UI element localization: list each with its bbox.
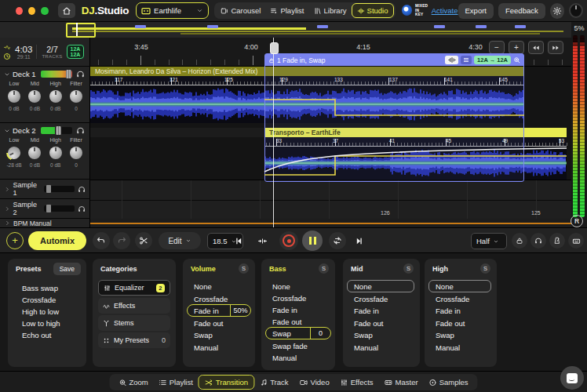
preset-item[interactable]: High to low: [22, 307, 59, 316]
transition-region[interactable]: 1 Fade in, Swap 12A → 12A: [264, 53, 524, 182]
bass-option[interactable]: None: [272, 282, 290, 291]
mid-option[interactable]: Fade out: [354, 319, 384, 328]
skip-to-end-button[interactable]: [351, 233, 366, 249]
pause-button[interactable]: [302, 230, 323, 251]
high-option[interactable]: Fade out: [436, 319, 465, 328]
mid-option-selected[interactable]: None: [347, 280, 414, 292]
deck2-filter-knob[interactable]: [70, 147, 82, 159]
volume-option-value[interactable]: 50%: [230, 305, 250, 316]
chevron-right-icon[interactable]: [5, 206, 10, 212]
keyboard-shortcuts-button[interactable]: [568, 233, 584, 249]
preset-item[interactable]: Crossfade: [22, 296, 56, 304]
automix-button[interactable]: Automix: [28, 231, 86, 250]
deck2-low-knob[interactable]: [5, 144, 22, 161]
metronome-button[interactable]: [549, 233, 565, 249]
deck2-mid-knob[interactable]: [28, 147, 41, 159]
jump-back-button[interactable]: [528, 41, 544, 54]
bass-option[interactable]: Fade in: [272, 306, 297, 314]
preset-item[interactable]: Echo out: [22, 331, 52, 339]
sample1-volume-slider[interactable]: [44, 186, 75, 192]
transition-preview-toggle[interactable]: [445, 56, 458, 64]
window-zoom-button[interactable]: [41, 7, 48, 15]
headphones-icon[interactable]: [76, 70, 85, 78]
tab-zoom[interactable]: Zoom: [113, 376, 153, 389]
tab-effects[interactable]: Effects: [335, 376, 379, 389]
bpm-automation-line[interactable]: [90, 223, 571, 224]
preset-item[interactable]: Low to high: [22, 319, 60, 328]
transition-header[interactable]: 1 Fade in, Swap 12A → 12A: [265, 54, 523, 66]
category-effects[interactable]: Effects: [98, 298, 170, 314]
save-preset-button[interactable]: Save: [53, 263, 81, 275]
chevron-right-icon[interactable]: [5, 220, 10, 226]
record-button[interactable]: [279, 231, 298, 250]
headphones-icon[interactable]: [76, 126, 85, 135]
mid-option[interactable]: Manual: [354, 343, 378, 352]
undo-button[interactable]: [93, 232, 110, 249]
deck1-low-knob[interactable]: [8, 90, 20, 103]
skip-to-start-button[interactable]: [231, 233, 246, 249]
mid-option[interactable]: Fade in: [354, 307, 379, 315]
home-button[interactable]: [58, 3, 75, 18]
volume-option[interactable]: Crossfade: [194, 295, 228, 303]
sample2-volume-slider[interactable]: [44, 205, 75, 212]
high-option[interactable]: Manual: [436, 343, 460, 352]
jump-forward-button[interactable]: [548, 41, 563, 54]
add-transition-button[interactable]: +: [6, 232, 24, 249]
category-my-presets[interactable]: My Presets 0: [98, 332, 170, 348]
volume-option[interactable]: None: [194, 282, 212, 291]
mid-option[interactable]: Crossfade: [354, 295, 388, 303]
timeline-area[interactable]: 3:45 4:00 4:15 4:30 − + Mosimann, Leandr…: [90, 38, 571, 227]
deck1-filter-knob[interactable]: [70, 90, 82, 103]
bass-option[interactable]: Swap fade: [272, 342, 308, 350]
lock-button[interactable]: [512, 233, 527, 249]
edit-dropdown[interactable]: Edit: [159, 232, 201, 249]
bass-option-selected[interactable]: Swap 0: [265, 327, 331, 339]
volume-option[interactable]: Manual: [194, 343, 218, 352]
playhead-handle[interactable]: [270, 42, 279, 54]
deck2-volume-slider[interactable]: [41, 127, 72, 134]
bpm-row[interactable]: BPM Manual: [0, 219, 90, 227]
support-chat-button[interactable]: [560, 366, 584, 390]
project-selector[interactable]: Earthlife: [136, 2, 209, 19]
tab-playlist[interactable]: Playlist: [154, 376, 199, 389]
tab-video[interactable]: Video: [294, 376, 335, 389]
auto-gain-badge[interactable]: R: [571, 215, 583, 227]
zoom-in-button[interactable]: +: [509, 41, 524, 54]
jump-to-playhead-button[interactable]: [254, 233, 270, 249]
volume-solo-button[interactable]: S: [239, 263, 249, 274]
bpm-lane[interactable]: 126 125: [90, 219, 571, 227]
speed-dropdown[interactable]: Half: [471, 233, 507, 249]
nav-carousel[interactable]: Carousel: [216, 4, 265, 17]
overview-viewport[interactable]: [66, 23, 96, 38]
deck1-volume-slider[interactable]: [41, 71, 72, 78]
transition-menu-button[interactable]: [461, 56, 472, 64]
redo-button[interactable]: [113, 232, 130, 249]
chevron-down-icon[interactable]: [4, 128, 10, 134]
settings-button[interactable]: [550, 3, 564, 19]
bass-option[interactable]: Fade out: [272, 318, 302, 326]
bass-option[interactable]: Manual: [272, 354, 297, 362]
preset-item[interactable]: Bass swap: [22, 284, 58, 292]
volume-option-selected[interactable]: Fade in 50%: [187, 304, 251, 317]
zoom-out-button[interactable]: −: [489, 41, 505, 54]
sample-lanes[interactable]: [90, 180, 571, 220]
nav-library[interactable]: Library: [309, 4, 352, 17]
activate-link[interactable]: Activate: [432, 6, 458, 15]
cue-headphones-button[interactable]: [530, 233, 546, 249]
volume-option[interactable]: Fade out: [194, 319, 224, 328]
high-solo-button[interactable]: S: [480, 263, 490, 274]
bass-option-value[interactable]: 0: [310, 328, 330, 339]
headphones-icon[interactable]: [78, 185, 86, 194]
tab-transition[interactable]: Transition: [199, 375, 254, 390]
nav-playlist[interactable]: Playlist: [265, 4, 308, 17]
deck1-mid-knob[interactable]: [28, 90, 41, 103]
tab-track[interactable]: Track: [254, 376, 294, 389]
high-option[interactable]: Crossfade: [436, 295, 469, 303]
high-option[interactable]: Fade in: [436, 307, 461, 315]
headphones-icon[interactable]: [78, 205, 86, 213]
category-equalizer[interactable]: Equalizer 2: [98, 280, 170, 296]
playhead[interactable]: [273, 38, 274, 227]
nav-studio[interactable]: Studio: [352, 3, 394, 18]
category-stems[interactable]: Stems: [98, 315, 170, 331]
chevron-right-icon[interactable]: [5, 187, 10, 192]
